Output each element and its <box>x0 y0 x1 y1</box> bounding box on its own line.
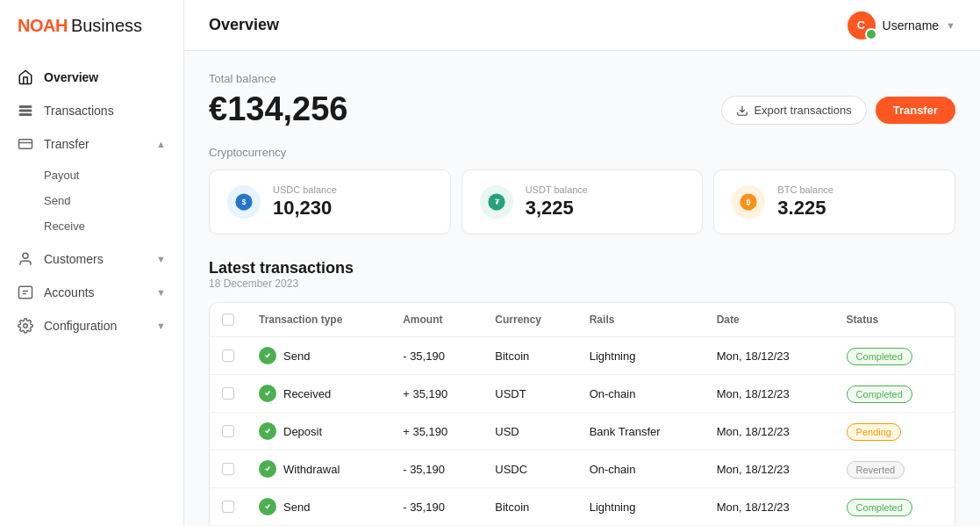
svg-point-5 <box>23 253 28 258</box>
cell-type-2: Deposit <box>259 422 378 440</box>
user-menu[interactable]: C Username ▼ <box>848 11 955 40</box>
logo-business: Business <box>71 16 142 36</box>
tx-type-label: Send <box>283 349 310 363</box>
cell-amount: - 35,190 <box>390 488 483 526</box>
balance-section: Total balance €134,256 Export transactio… <box>209 72 955 128</box>
account-icon <box>18 285 33 300</box>
crypto-card-usdt: ₮ USDT balance 3,225 <box>461 169 704 234</box>
btc-label: BTC balance <box>777 184 833 195</box>
cell-rails: On-chain <box>577 450 705 488</box>
username-label: Username <box>883 18 940 32</box>
cell-amount: + 35,190 <box>390 375 483 413</box>
transactions-table: Transaction type Amount Currency Rails D… <box>210 303 955 525</box>
cell-rails: On-chain <box>577 375 705 413</box>
sidebar-item-payout[interactable]: Payout <box>44 162 183 188</box>
tx-type-label: Send <box>283 501 310 514</box>
sidebar-item-accounts[interactable]: Accounts ▼ <box>0 276 183 309</box>
row-checkbox-4[interactable] <box>222 501 234 513</box>
cell-currency: Bitcoin <box>483 488 576 526</box>
cell-type-3: Withdrawal <box>259 460 378 478</box>
transactions-date: 18 December 2023 <box>209 277 955 290</box>
row-checkbox-2[interactable] <box>222 425 234 437</box>
cell-rails: Lightning <box>577 337 705 375</box>
cell-status: Completed <box>834 488 955 526</box>
table-row: Send - 35,190 Bitcoin Lightning Mon, 18/… <box>210 337 955 375</box>
cell-date: Mon, 18/12/23 <box>705 488 834 526</box>
cell-date: Mon, 18/12/23 <box>705 450 834 488</box>
svg-rect-1 <box>19 110 32 112</box>
row-checkbox-1[interactable] <box>222 387 234 400</box>
cell-currency: USDT <box>483 375 576 413</box>
sidebar-item-label: Configuration <box>44 319 117 333</box>
btc-icon: ₿ <box>732 185 765 219</box>
chevron-down-icon: ▼ <box>156 254 166 264</box>
tx-type-icon-4 <box>259 498 276 515</box>
cell-currency: Bitcoin <box>483 337 576 375</box>
cell-status: Completed <box>834 375 955 413</box>
cell-type-4: Send <box>259 498 378 515</box>
col-transaction-type: Transaction type <box>247 303 390 337</box>
cell-rails: Lightning <box>577 488 705 526</box>
cell-currency: USDC <box>483 450 576 488</box>
usdt-icon: ₮ <box>480 185 513 219</box>
tx-type-label: Withdrawal <box>283 463 340 476</box>
user-chevron-down-icon: ▼ <box>946 20 955 31</box>
sidebar-item-label: Transactions <box>44 104 114 118</box>
sidebar-item-overview[interactable]: Overview <box>0 61 183 94</box>
usdc-amount: 10,230 <box>273 197 337 220</box>
tx-type-label: Received <box>283 387 331 400</box>
page-title: Overview <box>209 16 279 34</box>
topbar: Overview C Username ▼ <box>184 0 980 51</box>
status-badge: Completed <box>847 348 912 365</box>
crypto-card-usdc: $ USDC balance 10,230 <box>209 169 451 234</box>
sidebar-item-transfer[interactable]: Transfer ▲ <box>0 127 183 161</box>
sidebar-item-receive[interactable]: Receive <box>44 213 183 239</box>
col-date: Date <box>705 303 834 337</box>
svg-text:$: $ <box>242 198 247 206</box>
cell-amount: + 35,190 <box>390 413 483 450</box>
col-status: Status <box>834 303 955 337</box>
cell-status: Pending <box>834 413 955 450</box>
transactions-title: Latest transactions <box>209 259 955 277</box>
cell-date: Mon, 18/12/23 <box>705 413 834 450</box>
table-header-row: Transaction type Amount Currency Rails D… <box>210 303 955 337</box>
table-row: Deposit + 35,190 USD Bank Transfer Mon, … <box>210 413 955 450</box>
svg-rect-2 <box>19 114 32 116</box>
chevron-up-icon: ▲ <box>156 139 166 149</box>
row-checkbox-0[interactable] <box>222 349 234 362</box>
btc-amount: 3.225 <box>777 197 833 220</box>
sidebar-item-label: Accounts <box>44 285 95 299</box>
crypto-section-label: Cryptocurrency <box>209 146 955 159</box>
sidebar: NOAH Business Overview Transactions Tran… <box>0 0 184 526</box>
cell-type-1: Received <box>259 385 378 402</box>
transfer-button[interactable]: Transfer <box>876 97 955 124</box>
usdc-info: USDC balance 10,230 <box>273 184 337 220</box>
status-badge: Completed <box>847 385 912 403</box>
transactions-header: Latest transactions 18 December 2023 <box>209 259 955 290</box>
content-area: Total balance €134,256 Export transactio… <box>184 51 980 526</box>
logo: NOAH Business <box>0 0 183 52</box>
transactions-table-wrapper: Transaction type Amount Currency Rails D… <box>209 302 955 526</box>
download-icon <box>736 104 748 117</box>
cell-status: Reverted <box>834 450 955 488</box>
cell-type-0: Send <box>259 347 378 364</box>
crypto-card-btc: ₿ BTC balance 3.225 <box>713 169 955 234</box>
sidebar-item-label: Customers <box>44 252 104 266</box>
row-checkbox-3[interactable] <box>222 463 234 475</box>
home-icon <box>18 69 33 85</box>
person-icon <box>18 251 33 267</box>
balance-label: Total balance <box>209 72 348 85</box>
card-icon <box>18 136 33 152</box>
sidebar-item-transactions[interactable]: Transactions <box>0 94 183 127</box>
sidebar-item-send[interactable]: Send <box>44 188 183 213</box>
cell-date: Mon, 18/12/23 <box>705 375 834 413</box>
sidebar-item-configuration[interactable]: Configuration ▼ <box>0 309 183 342</box>
col-currency: Currency <box>483 303 576 337</box>
select-all-checkbox[interactable] <box>222 313 234 326</box>
svg-rect-0 <box>19 106 32 108</box>
table-row: Withdrawal - 35,190 USDC On-chain Mon, 1… <box>210 450 955 488</box>
sidebar-item-customers[interactable]: Customers ▼ <box>0 242 183 276</box>
btc-info: BTC balance 3.225 <box>777 184 833 220</box>
export-transactions-button[interactable]: Export transactions <box>721 96 866 125</box>
svg-point-7 <box>24 324 28 328</box>
